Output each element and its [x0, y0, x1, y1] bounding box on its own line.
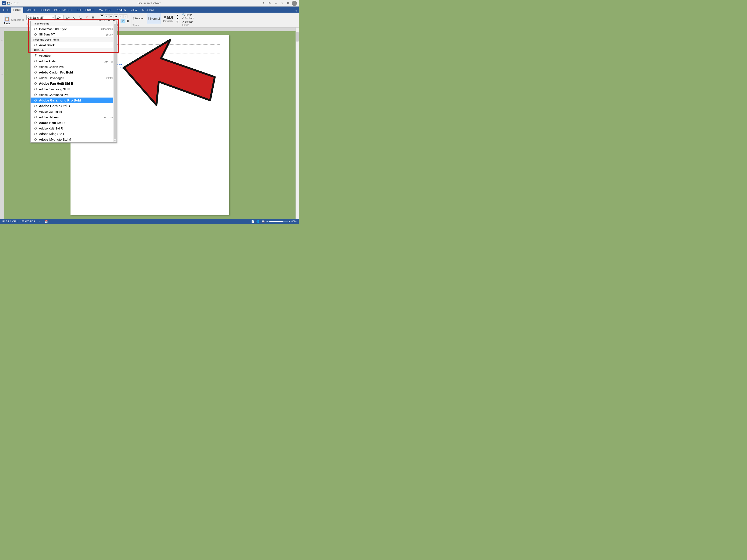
close-button[interactable]: ✕	[286, 1, 290, 5]
replace-label: Replace	[185, 17, 194, 20]
sort-button[interactable]: ↕	[119, 15, 123, 18]
indent-increase-button[interactable]: ⇥	[114, 15, 118, 18]
style-personal[interactable]: AaBl Personal...	[161, 13, 175, 24]
show-marks-button[interactable]: ¶	[123, 15, 127, 18]
styles-down-button[interactable]: ▼	[176, 17, 179, 20]
font-item-adobe-gurmukhi[interactable]: O Adobe Gurmukhi	[31, 109, 117, 114]
font-name-acadEref: AcadEref	[39, 54, 51, 57]
font-item-adobe-hebrew[interactable]: O Adobe Hebrew אבגד הוז	[31, 114, 117, 120]
undo-button[interactable]: ↩	[11, 2, 13, 5]
shading-button[interactable]: ◻	[121, 19, 125, 23]
dropdown-scroll-down[interactable]: ▼	[114, 140, 116, 142]
bullets-button[interactable]: ☰	[91, 15, 95, 20]
document-view-icon[interactable]: 📄	[251, 220, 254, 223]
help-button[interactable]: ?	[261, 1, 266, 5]
font-item-adobe-fangsong[interactable]: O Adobe Fangsong Std R	[31, 86, 117, 92]
redo-button[interactable]: ↪	[14, 2, 16, 5]
font-item-acadEref[interactable]: T AcadEref	[31, 53, 117, 58]
font-item-adobe-heiti[interactable]: O Adobe Heiti Std R	[31, 120, 117, 126]
tab-acrobat[interactable]: ACROBAT	[139, 7, 156, 12]
dropdown-scroll-thumb[interactable]	[114, 24, 116, 139]
font-item-adobe-gothic[interactable]: O Adobe Gothic Std B	[31, 103, 117, 109]
font-selector-area: Gill Sans MT ▾ 10 ▾ A+ A- Aa ✗ ☰	[26, 14, 95, 21]
dropdown-scrollbar[interactable]: ▲ ▼	[113, 21, 117, 142]
font-icon-adobe-heiti: O	[33, 121, 37, 125]
proofing-icon[interactable]: ✓	[39, 220, 41, 223]
find-button[interactable]: 🔍 Find ▾	[182, 13, 192, 16]
numbered-list-button[interactable]: ≡	[105, 15, 109, 18]
zoom-in-button[interactable]: +	[289, 220, 290, 223]
tab-design[interactable]: DESIGN	[37, 7, 52, 12]
ruler-mark-5: 5	[1, 73, 2, 75]
font-name-adobe-myungjo: Adobe Myungjo Std M	[39, 138, 71, 141]
vertical-scrollbar[interactable]	[295, 28, 299, 219]
font-name-arial-black: Arial Black	[39, 44, 55, 47]
restore-button[interactable]: ⧉	[267, 1, 272, 5]
paste-icon: 📋	[4, 15, 10, 22]
paste-button[interactable]: 📋 Paste	[4, 15, 10, 25]
font-dropdown-arrow: ▾	[53, 17, 54, 19]
replace-button[interactable]: ⇄ Replace	[182, 17, 194, 20]
font-item-gill[interactable]: O Gill Sans MT (Body)	[31, 32, 117, 37]
font-item-adobe-garamond-bold[interactable]: O Adobe Garamond Pro Bold	[31, 98, 117, 103]
select-button[interactable]: ↗ Select ▾	[182, 20, 194, 23]
maximize-button[interactable]: □	[280, 1, 284, 5]
border-button[interactable]: ▦	[126, 19, 130, 23]
scrollbar-thumb[interactable]	[296, 32, 299, 42]
font-item-adobe-devanagari[interactable]: O Adobe Devanagari देवनागरी	[31, 75, 117, 81]
web-view-icon[interactable]: 🌐	[256, 220, 260, 223]
font-icon-adobe-kaiti: O	[33, 126, 37, 130]
read-mode-icon[interactable]: 📖	[261, 220, 265, 223]
line-spacing-button[interactable]: ↕	[116, 19, 121, 23]
minimize-button[interactable]: ─	[274, 1, 278, 5]
font-item-adobe-caslon[interactable]: O Adobe Caslon Pro	[31, 64, 117, 70]
tab-home[interactable]: HOME	[11, 7, 23, 12]
tab-page-layout[interactable]: PAGE LAYOUT	[52, 7, 75, 12]
tab-references[interactable]: REFERENCES	[75, 7, 97, 12]
font-dropdown: Theme Fonts O Bookman Old Style (Heading…	[30, 21, 117, 142]
zoom-slider-track[interactable]	[269, 221, 288, 222]
change-case-button[interactable]: Aa	[77, 15, 83, 20]
editing-group: 🔍 Find ▾ ⇄ Replace ↗ Select ▾ Editing	[180, 12, 196, 28]
font-scroll-area[interactable]: T AcadEref O Adobe Arabic أيجد هوز O Ado…	[31, 53, 117, 142]
bullets-list-button[interactable]: ☰	[100, 15, 104, 18]
tab-file[interactable]: FILE	[1, 7, 11, 12]
grow-font-button[interactable]: A+	[65, 15, 71, 20]
font-item-adobe-garamond[interactable]: O Adobe Garamond Pro	[31, 92, 117, 98]
macro-icon[interactable]: 📅	[45, 220, 48, 223]
style-header[interactable]: ¶ Header...	[132, 13, 146, 24]
styles-up-button[interactable]: ▲	[176, 14, 179, 17]
tab-mailings[interactable]: MAILINGS	[97, 7, 114, 12]
font-item-adobe-fan-heiti[interactable]: O Adobe Fan Heiti Std B	[31, 81, 117, 86]
styles-panel: ¶ Header... ¶ Normal AaBl Personal... ▲ …	[132, 13, 179, 24]
font-item-adobe-kaiti[interactable]: O Adobe Kaiti Std R	[31, 126, 117, 131]
font-item-adobe-myungjo[interactable]: O Adobe Myungjo Std M	[31, 137, 117, 142]
save-button[interactable]: 💾	[7, 2, 10, 5]
styles-label: Styles	[132, 24, 179, 27]
tab-review[interactable]: REVIEW	[113, 7, 128, 12]
font-icon-adobe-garamond-bold: O	[33, 98, 37, 102]
zoom-out-button[interactable]: ─	[266, 220, 268, 223]
title-bar: W 💾 ↩ ↪ ▾ Document1 - Word ? ⧉ ─ □ ✕	[0, 0, 299, 6]
font-item-arial-black[interactable]: O Arial Black	[31, 42, 117, 48]
styles-group: ¶ Header... ¶ Normal AaBl Personal... ▲ …	[131, 14, 180, 27]
indent-decrease-button[interactable]: ⇤	[109, 15, 113, 18]
shrink-font-button[interactable]: A-	[72, 15, 77, 20]
clipboard-expand-icon[interactable]: ⧉	[22, 19, 24, 21]
font-item-adobe-caslon-bold[interactable]: O Adobe Caslon Pro Bold	[31, 70, 117, 75]
clear-formatting-button[interactable]: ✗	[84, 15, 89, 20]
styles-more-button[interactable]: ⊞	[176, 20, 179, 23]
font-name-adobe-caslon-bold: Adobe Caslon Pro Bold	[39, 71, 73, 74]
style-normal[interactable]: ¶ Normal	[147, 13, 161, 24]
dropdown-scroll-up[interactable]: ▲	[114, 22, 116, 24]
tab-insert[interactable]: INSERT	[23, 7, 37, 12]
font-item-adobe-arabic[interactable]: O Adobe Arabic أيجد هوز	[31, 58, 117, 64]
font-item-bookman[interactable]: O Bookman Old Style (Headings)	[31, 26, 117, 32]
ribbon-collapse-icon[interactable]: ▾	[294, 9, 299, 12]
tab-view[interactable]: VIEW	[128, 7, 139, 12]
font-item-adobe-ming[interactable]: O Adobe Ming Std L	[31, 131, 117, 137]
font-size-box[interactable]: 10 ▾	[55, 15, 64, 20]
font-name-adobe-devanagari: Adobe Devanagari	[39, 76, 64, 80]
font-name-box[interactable]: Gill Sans MT ▾	[26, 15, 54, 20]
bold-button[interactable]: B	[26, 22, 31, 26]
